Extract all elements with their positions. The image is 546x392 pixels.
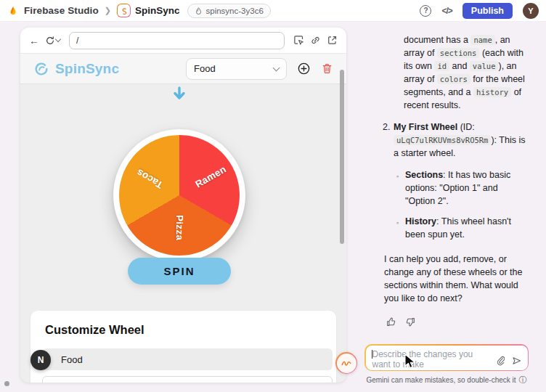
- wheel-select[interactable]: Food: [186, 58, 287, 80]
- wheel-pointer-icon: [170, 86, 189, 103]
- wheel-name-input[interactable]: [42, 348, 333, 370]
- gemini-fab-button[interactable]: [335, 352, 357, 374]
- inline-code: history: [473, 87, 511, 97]
- customize-wheel-card: Customize Wheel N: [30, 311, 336, 383]
- thumbs-up-icon[interactable]: [386, 317, 396, 327]
- brand-title[interactable]: Firebase Studio: [24, 5, 99, 16]
- chat-textarea[interactable]: [366, 346, 482, 370]
- spin-wheel-ring: Ramen Pizza Tacos: [113, 129, 245, 261]
- feedback-row: [386, 317, 526, 327]
- thumbs-down-icon[interactable]: [405, 317, 416, 327]
- chevron-down-icon: [273, 64, 280, 71]
- chat-input-border: [364, 344, 529, 371]
- info-icon[interactable]: ⓘ: [519, 375, 527, 385]
- chat-message: ◦History: This wheel hasn't been spun ye…: [396, 215, 526, 241]
- add-wheel-button[interactable]: [297, 62, 311, 75]
- wheel-segment-label: Ramen: [193, 163, 228, 190]
- workspace-badge[interactable]: spinsync-3y3c6: [187, 4, 271, 18]
- workspace-badge-label: spinsync-3y3c6: [206, 7, 264, 15]
- firebase-logo-icon: [7, 5, 19, 17]
- inline-code: uLqC7ulRKUVms8vRO5Rm: [394, 135, 491, 145]
- squiggle-icon: [337, 354, 356, 373]
- n-badge: N: [30, 350, 51, 370]
- text-caret: [372, 350, 372, 359]
- chat-messages: document has a name, an array of section…: [383, 33, 526, 327]
- refresh-icon[interactable]: [45, 36, 60, 46]
- wheel[interactable]: Ramen Pizza Tacos: [119, 135, 240, 256]
- gemini-chat-panel: document has a name, an array of section…: [363, 22, 546, 392]
- help-icon[interactable]: ?: [420, 5, 431, 17]
- delete-wheel-button[interactable]: [321, 62, 333, 75]
- chat-message: ◦Sections: It has two basic options: "Op…: [396, 168, 526, 208]
- inline-code: name: [470, 35, 494, 45]
- customize-wheel-title: Customize Wheel: [45, 323, 336, 337]
- app-preview-panel: ←: [20, 28, 346, 383]
- list-marker: ◦: [396, 168, 405, 208]
- inline-code: value: [470, 61, 499, 71]
- breadcrumb-chevron-icon: ❯: [105, 6, 111, 15]
- inline-code: colors: [437, 74, 470, 84]
- chat-message: document has a name, an array of section…: [404, 33, 526, 112]
- breadcrumb-app-name[interactable]: SpinSync: [135, 5, 180, 16]
- wheel-segment-label: Pizza: [174, 215, 185, 240]
- corner-dot: [4, 381, 9, 386]
- app-viewport: SpinSync Food: [20, 54, 346, 383]
- mouse-cursor-icon: [403, 353, 417, 369]
- spin-button[interactable]: SPIN: [128, 258, 231, 285]
- wheel-segment-label: Tacos: [134, 166, 165, 191]
- attach-file-icon[interactable]: [496, 356, 505, 366]
- code-icon[interactable]: </>: [441, 6, 452, 16]
- app-header: SpinSync Food: [20, 54, 346, 84]
- list-marker: 2.: [383, 121, 394, 160]
- preview-url-input[interactable]: [69, 32, 285, 49]
- spinsync-app-icon: [117, 4, 131, 17]
- droplet-icon: [195, 7, 203, 15]
- section-input[interactable]: [42, 376, 333, 383]
- list-marker: ◦: [396, 215, 405, 241]
- refresh-dropdown-chevron-icon[interactable]: [55, 36, 61, 42]
- link-icon[interactable]: [310, 35, 321, 46]
- back-icon[interactable]: ←: [29, 36, 39, 46]
- app-title: SpinSync: [55, 61, 119, 77]
- preview-toolbar: ←: [20, 28, 346, 54]
- wheel-select-value: Food: [194, 63, 216, 74]
- inspect-element-icon[interactable]: [293, 35, 304, 46]
- chat-message: 2.My First Wheel (ID: uLqC7ulRKUVms8vRO5…: [383, 121, 526, 160]
- inline-code: id: [434, 61, 449, 71]
- publish-button[interactable]: Publish: [463, 3, 513, 19]
- avatar[interactable]: Y: [523, 3, 539, 19]
- chat-input[interactable]: [366, 346, 528, 370]
- chat-message: I can help you add, remove, or change an…: [384, 253, 526, 305]
- top-bar: Firebase Studio ❯ SpinSync spinsync-3y3c…: [0, 0, 546, 22]
- preview-scrollbar-thumb[interactable]: [340, 70, 344, 244]
- open-in-new-window-icon[interactable]: [327, 35, 338, 46]
- send-icon[interactable]: [511, 356, 522, 366]
- gemini-disclaimer: Gemini can make mistakes, so double-chec…: [363, 375, 530, 385]
- inline-code: sections: [437, 48, 480, 58]
- spinsync-logo-icon: [33, 61, 49, 77]
